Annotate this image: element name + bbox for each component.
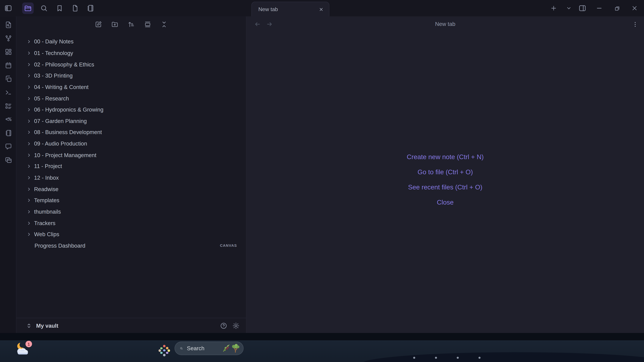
see-recent-files-link[interactable]: See recent files (Ctrl + O)	[246, 180, 644, 195]
copy-icon	[4, 75, 12, 83]
create-new-note-link[interactable]: Create new note (Ctrl + N)	[246, 149, 644, 164]
collapse-vertical-icon	[160, 20, 168, 28]
ribbon-comment-button[interactable]	[2, 141, 14, 152]
folder-item[interactable]: 10 - Project Management	[16, 149, 246, 161]
folder-tree: 00 - Daily Notes 01 - Technology 02 - Ph…	[16, 36, 246, 251]
workspace-tab[interactable]: New tab	[252, 2, 330, 16]
ribbon-graph-button[interactable]	[2, 32, 14, 44]
chevron-right-icon	[26, 141, 32, 147]
ribbon-notebook-button[interactable]	[2, 127, 14, 139]
minimize-button[interactable]	[594, 2, 605, 14]
tab-title: New tab	[258, 6, 316, 12]
sidebar-tab-file[interactable]	[70, 2, 81, 14]
ribbon-list-details-button[interactable]	[2, 100, 14, 112]
folder-item[interactable]: 09 - Audio Production	[16, 138, 246, 149]
windows-copy-icon	[4, 156, 12, 164]
canvas-file-item[interactable]: Progress Dashboard CANVAS	[16, 240, 246, 251]
code-percent-icon: <%	[6, 116, 11, 123]
help-button[interactable]	[218, 320, 229, 331]
sort-order-button[interactable]	[126, 19, 137, 30]
close-icon	[631, 4, 638, 12]
folder-item[interactable]: 08 - Business Development	[16, 127, 246, 138]
folder-item[interactable]: 12 - Inbox	[16, 172, 246, 183]
ribbon-window-copy-button[interactable]	[2, 154, 14, 166]
start-dot	[166, 347, 168, 349]
chevron-right-icon	[26, 130, 32, 135]
folder-item[interactable]: 01 - Technology	[16, 47, 246, 59]
folder-item[interactable]: 05 - Research	[16, 93, 246, 104]
ribbon-dashboard-button[interactable]	[2, 46, 14, 57]
empty-state-actions: Create new note (Ctrl + N) Go to file (C…	[246, 149, 644, 210]
view-header: New tab	[246, 16, 644, 32]
folder-item[interactable]: Templates	[16, 195, 246, 206]
sidebar-tab-notebook[interactable]	[84, 2, 96, 14]
tab-close-button[interactable]	[316, 5, 326, 14]
chevron-right-icon	[26, 73, 32, 78]
chevron-right-icon	[26, 50, 32, 56]
layout-dashboard-icon	[4, 48, 12, 55]
chevron-right-icon	[26, 220, 32, 226]
folder-item[interactable]: 02 - Philosophy & Ethics	[16, 59, 246, 70]
navigate-forward-button[interactable]	[264, 18, 275, 30]
search-input[interactable]	[186, 345, 222, 352]
folder-item[interactable]: thumbnails	[16, 206, 246, 217]
close-link[interactable]: Close	[246, 195, 644, 210]
title-bar: New tab	[0, 0, 644, 16]
folder-item[interactable]: Trackers	[16, 217, 246, 229]
folder-item[interactable]: 00 - Daily Notes	[16, 36, 246, 47]
taskbar-search[interactable]	[174, 341, 244, 355]
restore-icon	[613, 5, 620, 11]
folder-item[interactable]: Readwise	[16, 183, 246, 195]
more-options-button[interactable]	[629, 18, 641, 30]
folder-item[interactable]: 06 - Hydroponics & Growing	[16, 104, 246, 115]
search-icon	[180, 345, 183, 351]
go-to-file-link[interactable]: Go to file (Ctrl + O)	[246, 164, 644, 180]
wallpaper-hill	[360, 352, 644, 362]
new-tab-button[interactable]	[548, 2, 560, 14]
calendar-icon	[4, 61, 12, 69]
tab-list-button[interactable]	[563, 2, 574, 14]
ribbon-file-search-button[interactable]	[2, 19, 14, 30]
tree-icon	[231, 344, 240, 353]
sidebar-tab-files[interactable]	[22, 2, 34, 14]
folder-label: Trackers	[34, 220, 56, 226]
arrow-right-icon	[266, 20, 273, 28]
sidebar-tab-search[interactable]	[38, 2, 50, 14]
git-fork-icon	[4, 34, 12, 42]
chevron-right-icon	[26, 164, 32, 169]
chevron-right-icon	[26, 232, 32, 237]
plus-icon	[550, 4, 558, 12]
start-button[interactable]	[158, 345, 170, 356]
chevrons-up-down-icon	[26, 322, 32, 329]
collapse-all-button[interactable]	[158, 19, 170, 30]
sidebar-tab-bookmarks[interactable]	[54, 2, 65, 14]
settings-button[interactable]	[230, 320, 241, 331]
start-dot	[163, 354, 165, 356]
restore-button[interactable]	[611, 2, 622, 14]
chevron-right-icon	[26, 62, 32, 67]
folder-item[interactable]: 04 - Writing & Content	[16, 81, 246, 93]
weather-widget[interactable]: 1	[15, 342, 33, 360]
new-folder-button[interactable]	[109, 19, 120, 30]
ribbon-templater-button[interactable]: <%	[2, 114, 14, 125]
right-sidebar-toggle-button[interactable]	[576, 2, 588, 14]
vault-name[interactable]: My vault	[36, 323, 216, 329]
navigate-back-button[interactable]	[252, 18, 263, 30]
folder-item[interactable]: 11 - Project	[16, 161, 246, 172]
seasonal-decoration	[222, 344, 240, 353]
folder-item[interactable]: 03 - 3D Printing	[16, 70, 246, 81]
change-view-button[interactable]	[142, 19, 153, 30]
new-note-button[interactable]	[93, 19, 104, 30]
ribbon-calendar-button[interactable]	[2, 59, 14, 71]
left-sidebar-toggle-button[interactable]	[2, 2, 14, 14]
notification-badge: 1	[26, 341, 32, 347]
folder-label: 00 - Daily Notes	[34, 39, 74, 45]
view-title: New tab	[246, 16, 644, 32]
left-ribbon: <%	[0, 16, 16, 333]
ribbon-copy-files-button[interactable]	[2, 73, 14, 84]
folder-item[interactable]: 07 - Garden Planning	[16, 115, 246, 127]
window-close-button[interactable]	[629, 2, 640, 14]
ribbon-terminal-button[interactable]	[2, 86, 14, 98]
folder-item[interactable]: Web Clips	[16, 229, 246, 240]
message-icon	[4, 143, 12, 150]
